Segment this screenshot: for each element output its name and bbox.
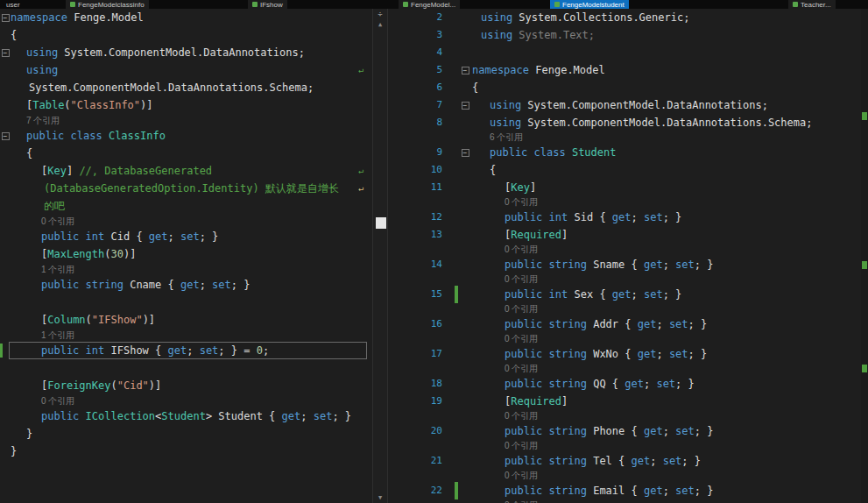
scroll-up-icon[interactable]: ▲ xyxy=(373,21,387,28)
codelens-line[interactable]: 0 个引用 xyxy=(0,215,372,228)
fold-column xyxy=(0,26,11,44)
csharp-file-icon xyxy=(554,2,560,7)
code-line[interactable]: 4 xyxy=(399,44,861,61)
code-line[interactable]: 9−public class Student xyxy=(399,144,861,161)
code-line[interactable]: using↵ xyxy=(0,61,372,79)
codelens-line[interactable]: 0 个引用 xyxy=(399,499,861,503)
tab-teacher-[interactable]: Teacher... xyxy=(788,0,836,9)
fold-column[interactable]: − xyxy=(458,144,472,161)
code-line[interactable]: System.ComponentModel.DataAnnotations.Sc… xyxy=(0,79,372,96)
overview-ruler[interactable] xyxy=(861,9,868,503)
code-line[interactable]: } xyxy=(0,443,372,460)
code-line[interactable]: 2using System.Collections.Generic; xyxy=(399,9,861,26)
tab-fengemodel-[interactable]: FengeModel... xyxy=(399,0,460,9)
code-line[interactable]: [MaxLength(30)] xyxy=(0,245,372,263)
fold-column[interactable]: − xyxy=(458,96,472,114)
codelens-line[interactable]: 0 个引用 xyxy=(399,440,861,452)
change-mark xyxy=(862,365,867,372)
line-number: 4 xyxy=(399,44,455,61)
code-line[interactable]: 13[Required] xyxy=(399,226,861,244)
code-line[interactable]: { xyxy=(0,145,372,162)
codelens-line[interactable]: 0 个引用 xyxy=(0,394,372,407)
code-line[interactable]: −public class ClassInfo xyxy=(0,127,372,145)
codelens-line[interactable]: 6 个引用 xyxy=(399,131,861,144)
code-line[interactable]: −namespace Fenge.Model xyxy=(0,9,372,26)
code-line[interactable]: public ICollection<Student> Student { ge… xyxy=(0,407,372,425)
fold-column xyxy=(0,145,11,162)
splitter-handle-icon[interactable]: ÷ xyxy=(373,9,387,19)
fold-column[interactable]: − xyxy=(458,61,472,79)
collapse-icon[interactable]: − xyxy=(462,102,469,110)
code-line[interactable]: } xyxy=(0,425,372,443)
code-line[interactable]: 3using System.Text; xyxy=(399,26,861,44)
code-line[interactable]: 21public string Tel { get; set; } xyxy=(399,452,861,470)
code-line[interactable]: { xyxy=(0,26,372,44)
codelens-line[interactable]: 0 个引用 xyxy=(399,363,861,375)
line-number: 18 xyxy=(399,375,455,393)
fold-column xyxy=(0,359,11,377)
code-line[interactable]: 22public string Email { get; set; } xyxy=(399,482,861,499)
code-line[interactable]: 15public int Sex { get; set; } xyxy=(399,286,861,303)
fold-column[interactable]: − xyxy=(0,127,11,145)
editor-pane-left[interactable]: −namespace Fenge.Model{−using System.Com… xyxy=(0,9,372,503)
collapse-icon[interactable]: − xyxy=(2,49,10,57)
code-line[interactable]: [Column("IFShow")] xyxy=(0,311,372,329)
collapse-icon[interactable]: − xyxy=(2,132,10,140)
code-line[interactable]: −using System.ComponentModel.DataAnnotat… xyxy=(0,44,372,61)
code-line[interactable]: 19[Required] xyxy=(399,393,861,410)
code-line[interactable]: [Key] //, DatabaseGenerated↵ xyxy=(0,162,372,180)
tab-label: IFshow xyxy=(260,1,283,9)
line-number: 20 xyxy=(399,422,455,440)
code-line[interactable]: 8using System.ComponentModel.DataAnnotat… xyxy=(399,114,861,131)
code-line[interactable]: [ForeignKey("Cid")] xyxy=(0,377,372,394)
code-line[interactable]: 7−using System.ComponentModel.DataAnnota… xyxy=(399,96,861,114)
code-line[interactable]: 11[Key] xyxy=(399,179,861,196)
fold-column xyxy=(0,407,11,425)
code-line[interactable]: 12public int Sid { get; set; } xyxy=(399,209,861,226)
code-line[interactable]: 17public string WxNo { get; set; } xyxy=(399,345,861,363)
code-line[interactable]: 5−namespace Fenge.Model xyxy=(399,61,861,79)
codelens-line[interactable]: 0 个引用 xyxy=(399,303,861,315)
code-line[interactable]: 10{ xyxy=(399,161,861,179)
codelens-line[interactable]: 0 个引用 xyxy=(399,244,861,256)
code-line[interactable]: 18public string QQ { get; set; } xyxy=(399,375,861,393)
fold-column xyxy=(458,26,472,44)
codelens-line[interactable]: 7 个引用 xyxy=(0,114,372,127)
code-line[interactable] xyxy=(0,294,372,311)
code-line[interactable]: 的吧 xyxy=(0,197,372,215)
codelens-line[interactable]: 0 个引用 xyxy=(399,470,861,482)
collapse-icon[interactable]: − xyxy=(462,149,469,157)
code-line[interactable] xyxy=(0,359,372,377)
code-line[interactable]: [Table("ClassInfo")] xyxy=(0,96,372,114)
scrollbar-thumb[interactable] xyxy=(376,217,386,229)
editor-pane-right[interactable]: 2using System.Collections.Generic;3using… xyxy=(399,9,861,503)
code-line[interactable]: 20public string Phone { get; set; } xyxy=(399,422,861,440)
collapse-icon[interactable]: − xyxy=(2,14,10,22)
code-line[interactable]: 6{ xyxy=(399,79,861,96)
code-line[interactable]: 16public string Addr { get; set; } xyxy=(399,315,861,333)
fold-column xyxy=(458,286,472,303)
fold-column xyxy=(0,377,11,394)
fold-column[interactable]: − xyxy=(0,44,11,61)
tab-ifshow[interactable]: IFshow xyxy=(248,0,287,9)
tab-user[interactable]: user xyxy=(2,0,25,9)
code-line[interactable]: public string Cname { get; set; } xyxy=(0,276,372,294)
fold-column[interactable]: − xyxy=(0,9,11,26)
tab-fengemodelclassinfo[interactable]: FengeModelclassinfo xyxy=(66,0,149,9)
collapse-icon[interactable]: − xyxy=(462,67,469,74)
codelens-line[interactable]: 0 个引用 xyxy=(399,273,861,286)
codelens-line[interactable]: 1 个引用 xyxy=(0,329,372,342)
scroll-down-icon[interactable]: ▼ xyxy=(373,494,387,501)
codelens-line[interactable]: 1 个引用 xyxy=(0,263,372,276)
tab-fengemodelstudent[interactable]: FengeModelstudent xyxy=(550,0,629,9)
line-number: 13 xyxy=(399,226,455,244)
left-pane-scrollbar[interactable]: ÷ ▲ ▼ xyxy=(372,9,388,503)
codelens-line[interactable]: 0 个引用 xyxy=(399,333,861,345)
codelens-line[interactable]: 0 个引用 xyxy=(399,410,861,422)
fold-column xyxy=(458,179,472,196)
codelens-line[interactable]: 0 个引用 xyxy=(399,196,861,209)
code-line[interactable]: (DatabaseGeneratedOption.Identity) 默认就是自… xyxy=(0,180,372,197)
code-line[interactable]: public int IFShow { get; set; } = 0; xyxy=(0,342,372,359)
code-line[interactable]: public int Cid { get; set; } xyxy=(0,228,372,245)
code-line[interactable]: 14public string Sname { get; set; } xyxy=(399,256,861,273)
